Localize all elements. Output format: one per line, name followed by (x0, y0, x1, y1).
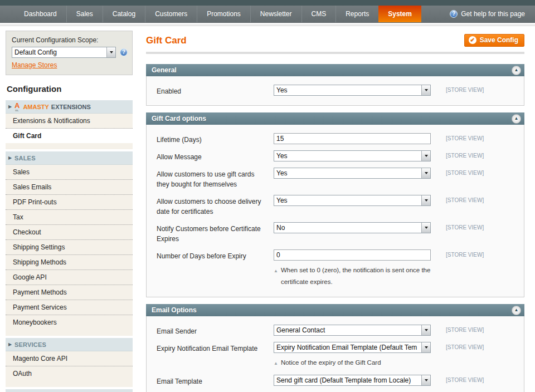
select-enabled[interactable]: Yes (274, 85, 431, 96)
save-config-label: Save Config (480, 36, 518, 44)
amasty-logo-icon: Am. (14, 102, 20, 112)
field-label: Email Template (157, 375, 274, 386)
select-value: Yes (274, 195, 421, 205)
section-header-general[interactable]: General▲ (146, 64, 524, 76)
config-row-email-sender: Email SenderGeneral Contact[STORE VIEW] (157, 325, 516, 336)
sidebar-section-services[interactable]: ▶SERVICES (6, 337, 133, 351)
select-value: Yes (274, 151, 421, 161)
chevron-down-icon[interactable] (421, 195, 430, 205)
select-email-sender[interactable]: General Contact (274, 325, 431, 336)
sidebar-item-sales[interactable]: Sales (6, 165, 133, 180)
section-body: Lifetime (Days)[STORE VIEW]Allow Message… (146, 125, 524, 297)
field-label: Number of Days before Expiry (157, 249, 274, 261)
section-header-email-options[interactable]: Email Options▲ (146, 304, 524, 316)
sidebar-item-gift-card[interactable]: Gift Card (6, 129, 133, 143)
get-help-label: Get help for this page (461, 10, 525, 18)
section-title: Gift Card options (152, 115, 206, 122)
field-cell: Yes (274, 195, 431, 206)
sidebar-item-extensions-notifications[interactable]: Extensions & Notifications (6, 114, 133, 129)
field-cell: Send gift card (Default Template from Lo… (274, 375, 431, 386)
scope-badge: [STORE VIEW] (446, 85, 484, 93)
get-help-link[interactable]: ? Get help for this page (450, 6, 535, 22)
chevron-down-icon[interactable] (421, 168, 430, 178)
nav-item-newsletter[interactable]: Newsletter (250, 6, 301, 22)
config-row-expiry-notification-email-template: Expiry Notification Email TemplateExpiry… (157, 342, 516, 369)
config-row-notify-customers-before-certificate-expires: Notify Customers before Certificate Expi… (157, 222, 516, 244)
sidebar-item-google-api[interactable]: Google API (6, 270, 133, 285)
scope-badge: [STORE VIEW] (446, 133, 484, 141)
chevron-down-icon[interactable] (106, 47, 115, 57)
sidebar-item-pdf-print-outs[interactable]: PDF Print-outs (6, 195, 133, 210)
sidebar-items: Extensions & NotificationsGift Card (6, 114, 133, 143)
nav-item-catalog[interactable]: Catalog (103, 6, 145, 22)
collapse-icon[interactable]: ▲ (512, 66, 521, 75)
field-note: ▲When set to 0 (zero), the notification … (274, 264, 458, 288)
expand-arrow-icon: ▶ (6, 104, 14, 109)
main-content: Gift Card ✔ Save Config General▲EnabledY… (146, 31, 524, 392)
sidebar-item-payment-methods[interactable]: Payment Methods (6, 285, 133, 300)
sidebar-item-tax[interactable]: Tax (6, 210, 133, 225)
nav-item-dashboard[interactable]: Dashboard (14, 6, 66, 22)
collapse-icon[interactable]: ▲ (512, 306, 521, 315)
select-allow-customers-to-use-gift-cards-they-bought-for-themselves[interactable]: Yes (274, 168, 431, 179)
save-config-button[interactable]: ✔ Save Config (464, 34, 524, 47)
select-notify-customers-before-certificate-expires[interactable]: No (274, 222, 431, 233)
sidebar-item-sales-emails[interactable]: Sales Emails (6, 180, 133, 195)
sidebar-item-payment-services[interactable]: Payment Services (6, 300, 133, 315)
sidebar-item-shipping-settings[interactable]: Shipping Settings (6, 240, 133, 255)
nav-item-sales[interactable]: Sales (66, 6, 103, 22)
chevron-down-icon[interactable] (421, 342, 430, 352)
scope-badge: [STORE VIEW] (446, 168, 484, 176)
section-header-gift-card-options[interactable]: Gift Card options▲ (146, 112, 524, 125)
scope-badge: [STORE VIEW] (446, 150, 484, 159)
field-label: Lifetime (Days) (157, 133, 274, 145)
field-label: Email Sender (157, 325, 274, 336)
configuration-scope-box: Current Configuration Scope: Default Con… (6, 31, 133, 75)
sidebar-section-advanced[interactable]: ▶ADVANCED (6, 389, 133, 392)
sidebar-item-magento-core-api[interactable]: Magento Core API (6, 351, 133, 366)
field-cell (274, 133, 431, 144)
expand-arrow-icon: ▶ (6, 155, 14, 160)
field-label: Allow customers to use gift cards they b… (157, 168, 274, 189)
select-expiry-notification-email-template[interactable]: Expiry Notification Email Template (Defa… (274, 342, 431, 353)
input-lifetime-days[interactable] (274, 133, 431, 144)
sidebar-section-amasty-extensions[interactable]: ▶Am.AMASTYEXTENSIONS (6, 100, 133, 114)
nav-item-cms[interactable]: CMS (301, 6, 336, 22)
chevron-down-icon[interactable] (421, 223, 430, 233)
field-label: Expiry Notification Email Template (157, 342, 274, 354)
chevron-down-icon[interactable] (421, 375, 430, 385)
content-header: Gift Card ✔ Save Config (146, 34, 524, 47)
nav-item-promotions[interactable]: Promotions (197, 6, 250, 22)
sidebar-item-shipping-methods[interactable]: Shipping Methods (6, 255, 133, 270)
field-cell: Expiry Notification Email Template (Defa… (274, 342, 431, 369)
chevron-down-icon[interactable] (421, 325, 430, 335)
chevron-down-icon[interactable] (421, 85, 430, 95)
sidebar-group-services: ▶SERVICESMagento Core APIOAuth (6, 337, 133, 387)
sidebar-section-sales[interactable]: ▶SALES (6, 151, 133, 165)
sidebar-item-checkout[interactable]: Checkout (6, 225, 133, 240)
config-row-enabled: EnabledYes[STORE VIEW] (157, 85, 516, 96)
field-cell: Yes (274, 168, 431, 179)
chevron-down-icon[interactable] (421, 151, 430, 161)
sidebar-section-title: SERVICES (14, 341, 46, 348)
nav-item-customers[interactable]: Customers (145, 6, 197, 22)
config-scope-select[interactable]: Default Config (12, 47, 116, 58)
config-section-general: General▲EnabledYes[STORE VIEW] (146, 64, 524, 106)
nav-item-reports[interactable]: Reports (335, 6, 378, 22)
sidebar-item-moneybookers[interactable]: Moneybookers (6, 315, 133, 330)
select-allow-message[interactable]: Yes (274, 150, 431, 161)
collapse-icon[interactable]: ▲ (512, 114, 521, 124)
check-icon: ✔ (469, 36, 476, 44)
nav-item-system[interactable]: System (378, 6, 421, 22)
field-note: ▲Notice of the expiry of the Gift Card (274, 357, 458, 369)
scope-badge: [STORE VIEW] (446, 222, 484, 231)
input-number-of-days-before-expiry[interactable] (274, 249, 431, 261)
scope-help-icon[interactable]: ? (120, 48, 128, 56)
configuration-heading: Configuration (7, 84, 133, 94)
sidebar-item-oauth[interactable]: OAuth (6, 366, 133, 381)
sidebar-section-title: SALES (14, 155, 36, 161)
manage-stores-link[interactable]: Manage Stores (12, 61, 57, 69)
scope-badge: [STORE VIEW] (446, 325, 484, 333)
select-email-template[interactable]: Send gift card (Default Template from Lo… (274, 375, 431, 386)
select-allow-customers-to-choose-delivery-date-for-certificates[interactable]: Yes (274, 195, 431, 206)
